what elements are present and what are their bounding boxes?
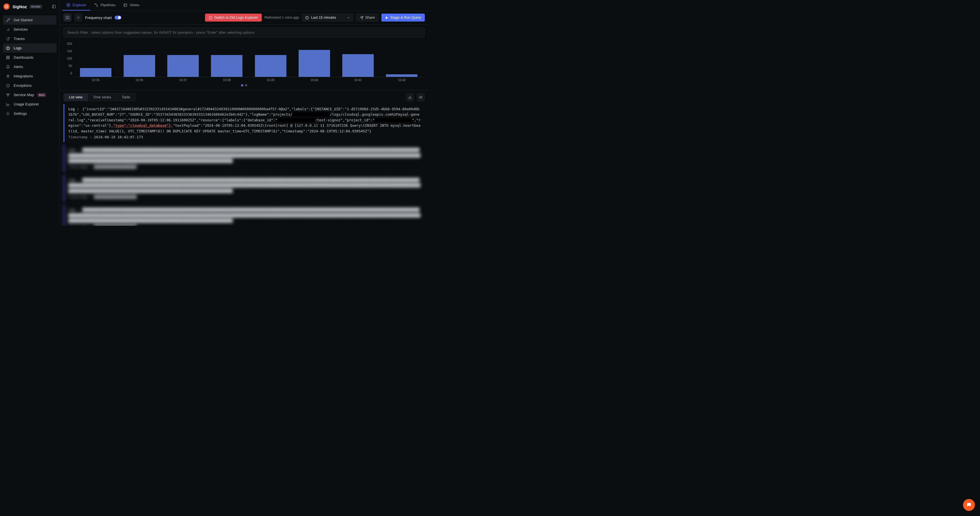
rocket-icon: [6, 18, 10, 22]
sidebar-item-label: Traces: [14, 37, 25, 41]
sidebar-item-logs[interactable]: Logs: [3, 43, 56, 53]
tab-views[interactable]: Views: [119, 0, 143, 11]
columns-button[interactable]: [417, 93, 425, 101]
clock-icon: [305, 16, 309, 19]
log-timestamp: Timestamp : 2024-08-19 10:42:07.173: [68, 134, 422, 140]
trace-icon: [6, 37, 10, 41]
view-tab-table[interactable]: Table: [116, 94, 135, 101]
log-entry-redacted: Log : ██████████████████████████████████…: [64, 205, 425, 226]
sidebar-item-dashboards[interactable]: Dashboards: [3, 53, 56, 62]
terminal-toggle-button[interactable]: [64, 14, 72, 22]
top-tabs: Explorer Pipelines Views: [60, 0, 429, 11]
svg-marker-29: [386, 16, 388, 19]
frequency-chart-toggle[interactable]: [115, 16, 121, 19]
chart-y-axis: 200150100500: [65, 42, 72, 82]
tab-label: Views: [130, 3, 139, 7]
chart-bar[interactable]: [342, 54, 374, 77]
log-list[interactable]: Log : {"insertId":"2#437164861805#332302…: [60, 104, 429, 226]
compass-icon: [66, 3, 70, 7]
chart-bar[interactable]: [255, 55, 286, 77]
sidebar-item-label: Get Started: [14, 18, 32, 22]
beta-badge: Beta: [37, 93, 46, 97]
chart-bar[interactable]: [124, 55, 155, 77]
brand-logo: [3, 3, 10, 10]
sidebar-item-integrations[interactable]: Integrations: [3, 71, 56, 81]
map-icon: [6, 93, 10, 97]
bell-icon: [6, 65, 10, 69]
chevron-down-icon: [347, 16, 350, 19]
svg-rect-7: [8, 56, 10, 57]
share-button[interactable]: Share: [356, 14, 378, 22]
chart-bar[interactable]: [211, 55, 242, 77]
chart-bar[interactable]: [167, 55, 199, 77]
tab-pipelines[interactable]: Pipelines: [90, 0, 119, 11]
chart-bar[interactable]: [386, 74, 417, 77]
bar-chart-icon: [6, 27, 10, 32]
chart-legend: A: [60, 82, 429, 90]
log-label: Log :: [68, 107, 79, 111]
sidebar-item-alerts[interactable]: Alerts: [3, 62, 56, 71]
svg-point-14: [7, 113, 8, 114]
sidebar-item-exceptions[interactable]: Exceptions: [3, 81, 56, 90]
sidebar-item-get-started[interactable]: Get Started: [3, 15, 56, 25]
sidebar-item-label: Exceptions: [14, 83, 32, 87]
plug-icon: [6, 74, 10, 78]
sidebar-header: SigNoz CLOUD: [0, 0, 59, 13]
sidebar-item-traces[interactable]: Traces: [3, 34, 56, 43]
view-tab-list[interactable]: List view: [64, 94, 88, 101]
sidebar-item-label: Service Map: [14, 93, 34, 97]
sidebar-collapse-icon[interactable]: [52, 5, 56, 8]
tab-label: Pipelines: [100, 3, 115, 7]
log-body: {"insertId":"2#437164861805#332302331455…: [68, 107, 420, 133]
log-highlight: "type":"cloudsql_database"}: [113, 123, 171, 128]
frequency-chart: 200150100500 10:3510:3610:3710:3810:3910…: [60, 40, 429, 82]
chart-x-axis: 10:3510:3610:3710:3810:3910:4010:4110:42: [74, 77, 424, 82]
run-query-button[interactable]: Stage & Run Query: [382, 14, 425, 22]
view-tabs-bar: List view Time series Table: [60, 90, 429, 104]
sidebar-item-settings[interactable]: Settings: [3, 109, 56, 118]
pipeline-icon: [94, 3, 98, 7]
settings-toggle-button[interactable]: [74, 14, 82, 22]
sidebar-item-label: Settings: [14, 111, 27, 116]
chart-icon: [6, 102, 10, 106]
svg-point-5: [8, 37, 10, 38]
send-icon: [360, 16, 364, 19]
svg-point-17: [67, 3, 70, 7]
sidebar-item-services[interactable]: Services: [3, 25, 56, 34]
brand-name: SigNoz: [13, 4, 27, 9]
tab-explorer[interactable]: Explorer: [62, 0, 90, 11]
svg-rect-6: [6, 56, 8, 57]
main-content: Explorer Pipelines Views Frequency chart…: [60, 0, 429, 226]
log-entry[interactable]: Log : {"insertId":"2#437164861805#332302…: [64, 104, 425, 142]
log-entry-redacted: Log : ██████████████████████████████████…: [64, 145, 425, 172]
bug-icon: [6, 84, 10, 87]
gear-icon: [6, 112, 10, 116]
sidebar-item-label: Services: [14, 27, 28, 32]
svg-rect-0: [52, 5, 56, 8]
switch-old-explorer-button[interactable]: Switch to Old Logs Explorer: [205, 14, 261, 22]
svg-rect-8: [8, 58, 10, 59]
view-tabs: List view Time series Table: [64, 93, 135, 101]
sidebar-item-label: Usage Explorer: [14, 102, 39, 106]
grid-icon: [6, 56, 10, 60]
svg-rect-9: [6, 58, 8, 59]
sidebar-item-label: Dashboards: [14, 55, 33, 60]
sidebar-item-service-map[interactable]: Service Map Beta: [3, 90, 56, 100]
sidebar: SigNoz CLOUD Get Started Services Traces…: [0, 0, 60, 226]
sidebar-item-usage-explorer[interactable]: Usage Explorer: [3, 100, 56, 109]
refresh-status: Refreshed 1 mins ago: [264, 16, 299, 19]
chart-bar[interactable]: [299, 50, 330, 77]
chart-bar[interactable]: [80, 68, 111, 77]
log-entry-redacted: Log : ██████████████████████████████████…: [64, 175, 425, 202]
search-filter-input[interactable]: [64, 27, 425, 37]
view-tab-timeseries[interactable]: Time series: [88, 94, 116, 101]
download-button[interactable]: [406, 93, 414, 101]
alert-icon: [209, 16, 212, 19]
svg-point-22: [78, 17, 79, 18]
tab-label: Explorer: [73, 3, 86, 7]
time-range-selector[interactable]: Last 15 minutes: [302, 14, 353, 22]
cloud-badge: CLOUD: [30, 5, 42, 8]
sidebar-nav: Get Started Services Traces Logs Dashboa…: [0, 13, 59, 226]
toolbar: Frequency chart Switch to Old Logs Explo…: [60, 11, 429, 25]
views-icon: [123, 3, 127, 7]
